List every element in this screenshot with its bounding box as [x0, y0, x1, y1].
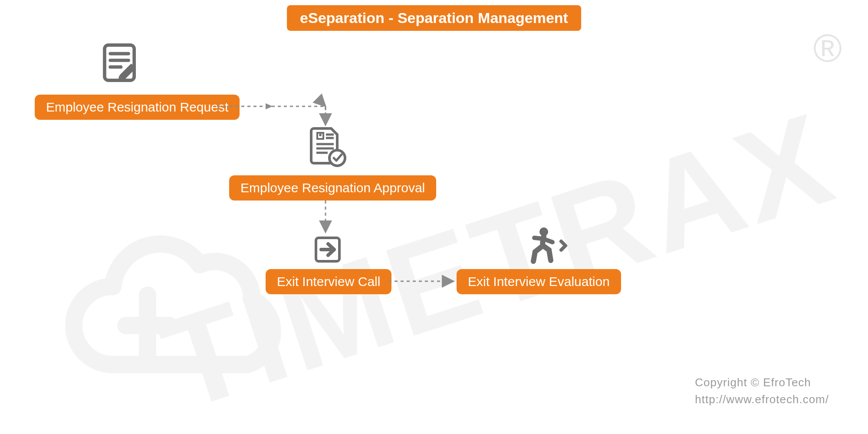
diagram-stage: TIMETRAX ® eSeparation - Separation Mana…	[0, 0, 868, 434]
document-edit-icon	[100, 41, 148, 91]
registered-mark: ®	[813, 26, 842, 71]
person-exit-icon	[523, 226, 571, 271]
node-call: Exit Interview Call	[266, 269, 391, 294]
exit-arrow-icon	[312, 234, 343, 266]
document-check-icon	[306, 126, 349, 171]
svg-marker-19	[266, 103, 273, 109]
node-evaluation: Exit Interview Evaluation	[457, 269, 621, 294]
page-title: eSeparation - Separation Management	[287, 5, 581, 31]
credit-line2: http://www.efrotech.com/	[695, 391, 829, 408]
svg-point-9	[319, 134, 322, 136]
credit-line1: Copyright © EfroTech	[695, 374, 829, 391]
node-request: Employee Resignation Request	[35, 95, 240, 120]
credits: Copyright © EfroTech http://www.efrotech…	[695, 374, 829, 408]
node-approval: Employee Resignation Approval	[229, 175, 436, 201]
